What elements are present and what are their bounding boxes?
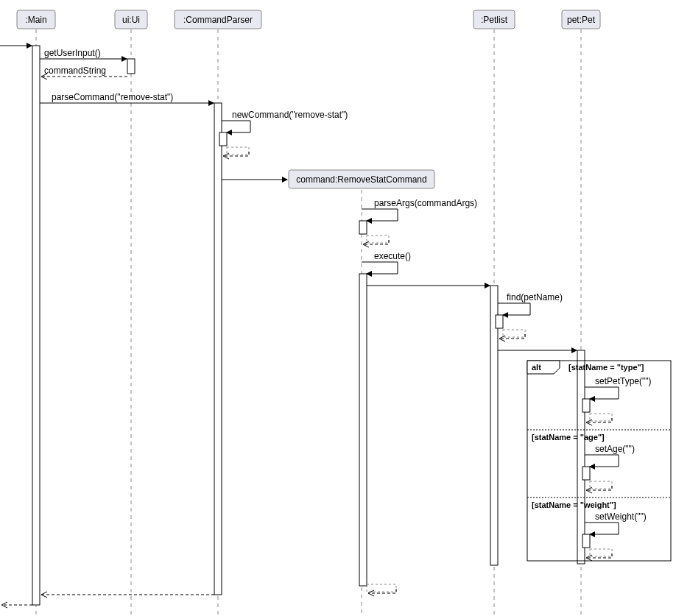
- participant-petlist-label: :Petlist: [481, 15, 508, 25]
- return-commandString-label: commandString: [44, 66, 106, 76]
- activation-find-ghost: [503, 330, 525, 337]
- msg-newCommand-label: newCommand("remove-stat"): [232, 110, 348, 120]
- activation-find: [496, 315, 503, 328]
- msg-setWeight: [585, 523, 619, 534]
- msg-setAge: [585, 455, 619, 467]
- alt-guard3: [statName = "weight"]: [532, 500, 616, 509]
- activation-main: [32, 46, 40, 605]
- msg-setAge-label: setAge(""): [595, 444, 635, 454]
- activation-setPetType: [582, 399, 590, 412]
- participant-ui: ui:Ui: [115, 10, 147, 29]
- msg-newCommand: [222, 121, 250, 132]
- activation-pet: [577, 350, 585, 564]
- activation-newCommand-ghost: [227, 147, 249, 155]
- activation-newCommand: [219, 132, 227, 146]
- msg-setPetType: [585, 387, 619, 399]
- msg-parseCommand-label: parseCommand("remove-stat"): [52, 92, 173, 102]
- msg-parseArgs: [362, 209, 398, 221]
- participant-main: :Main: [17, 10, 55, 29]
- alt-label: alt: [532, 363, 541, 372]
- activation-parseArgs: [359, 221, 367, 234]
- activation-ui: [127, 59, 135, 74]
- activation-execute: [359, 274, 367, 586]
- participant-pet-label: pet:Pet: [567, 15, 596, 25]
- alt-guard2: [statName = "age"]: [532, 433, 605, 442]
- msg-setWeight-label: setWeight(""): [595, 511, 647, 522]
- activation-parser: [214, 103, 222, 595]
- activation-execute-ghost: [367, 584, 396, 592]
- return-execute: [368, 589, 396, 593]
- participant-pet: pet:Pet: [562, 10, 600, 29]
- participant-main-label: :Main: [25, 15, 46, 25]
- msg-execute: [362, 262, 398, 274]
- activation-setWeight-ghost: [590, 549, 612, 556]
- participant-command-label: command:RemoveStatCommand: [296, 174, 426, 185]
- msg-setPetType-label: setPetType(""): [595, 376, 652, 386]
- activation-setAge: [582, 467, 590, 480]
- participant-parser-label: :CommandParser: [183, 15, 253, 25]
- participant-command: command:RemoveStatCommand: [289, 170, 434, 188]
- msg-getUserInput-label: getUserInput(): [44, 48, 101, 58]
- activation-setWeight: [582, 534, 590, 548]
- participant-parser: :CommandParser: [175, 10, 261, 29]
- msg-find: [498, 303, 530, 315]
- activation-setPetType-ghost: [590, 414, 612, 421]
- activation-parseArgs-ghost: [367, 236, 389, 243]
- msg-execute-label: execute(): [374, 251, 411, 261]
- activation-setAge-ghost: [590, 481, 612, 489]
- alt-guard1: [statName = "type"]: [568, 363, 644, 372]
- participant-petlist: :Petlist: [473, 10, 515, 29]
- alt-frame: [527, 361, 671, 561]
- msg-parseArgs-label: parseArgs(commandArgs): [374, 198, 477, 208]
- msg-find-label: find(petName): [507, 292, 563, 302]
- participant-ui-label: ui:Ui: [122, 15, 140, 25]
